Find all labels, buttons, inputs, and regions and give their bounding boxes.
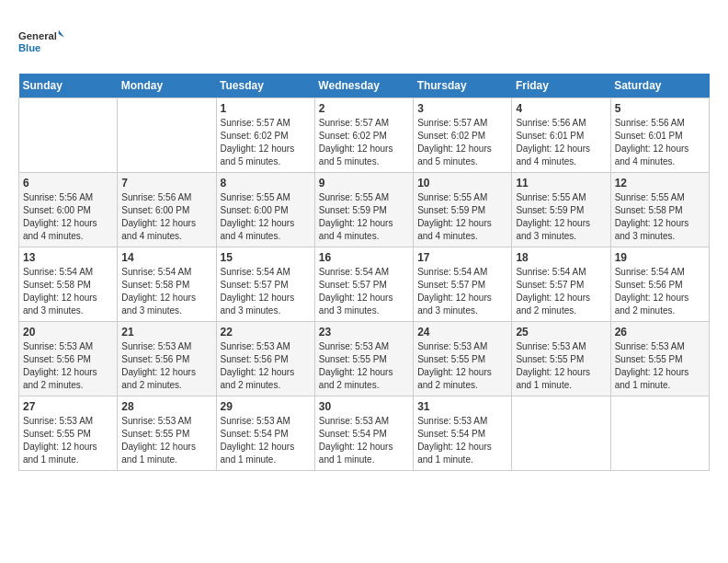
day-info: Sunrise: 5:53 AM Sunset: 5:54 PM Dayligh… (319, 415, 409, 466)
calendar-day-header: Thursday (414, 74, 512, 98)
calendar-day-cell: 26Sunrise: 5:53 AM Sunset: 5:55 PM Dayli… (610, 322, 709, 396)
day-info: Sunrise: 5:57 AM Sunset: 6:02 PM Dayligh… (417, 117, 507, 168)
calendar-day-cell: 17Sunrise: 5:54 AM Sunset: 5:57 PM Dayli… (414, 247, 512, 322)
calendar-day-header: Saturday (610, 74, 709, 98)
calendar-day-cell: 15Sunrise: 5:54 AM Sunset: 5:57 PM Dayli… (216, 247, 314, 322)
day-number: 19 (615, 251, 705, 264)
day-info: Sunrise: 5:53 AM Sunset: 5:56 PM Dayligh… (121, 340, 211, 392)
day-number: 30 (319, 400, 409, 413)
day-info: Sunrise: 5:55 AM Sunset: 5:59 PM Dayligh… (417, 191, 507, 243)
day-info: Sunrise: 5:56 AM Sunset: 6:00 PM Dayligh… (121, 191, 211, 243)
calendar-week-row: 1Sunrise: 5:57 AM Sunset: 6:02 PM Daylig… (19, 98, 710, 173)
calendar-day-cell: 21Sunrise: 5:53 AM Sunset: 5:56 PM Dayli… (118, 322, 216, 396)
calendar-day-cell: 19Sunrise: 5:54 AM Sunset: 5:56 PM Dayli… (610, 247, 709, 322)
svg-text:General: General (18, 30, 57, 41)
day-info: Sunrise: 5:53 AM Sunset: 5:56 PM Dayligh… (23, 340, 113, 392)
calendar-day-cell: 25Sunrise: 5:53 AM Sunset: 5:55 PM Dayli… (512, 322, 610, 396)
calendar-day-cell: 4Sunrise: 5:56 AM Sunset: 6:01 PM Daylig… (512, 98, 610, 173)
logo: General Blue (18, 18, 64, 64)
day-number: 26 (615, 326, 705, 339)
calendar-day-cell: 14Sunrise: 5:54 AM Sunset: 5:58 PM Dayli… (118, 247, 216, 322)
calendar-day-cell: 11Sunrise: 5:55 AM Sunset: 5:59 PM Dayli… (512, 173, 610, 247)
calendar-day-cell (512, 396, 610, 471)
day-number: 11 (516, 177, 606, 190)
day-number: 22 (221, 326, 311, 339)
day-number: 16 (319, 251, 409, 264)
day-number: 6 (23, 177, 113, 190)
day-info: Sunrise: 5:55 AM Sunset: 5:59 PM Dayligh… (319, 191, 409, 243)
day-info: Sunrise: 5:56 AM Sunset: 6:01 PM Dayligh… (615, 117, 705, 168)
day-info: Sunrise: 5:57 AM Sunset: 6:02 PM Dayligh… (319, 117, 409, 168)
day-number: 15 (221, 251, 311, 264)
calendar-week-row: 27Sunrise: 5:53 AM Sunset: 5:55 PM Dayli… (19, 396, 710, 471)
calendar-day-header: Monday (118, 74, 216, 98)
calendar-header-row: SundayMondayTuesdayWednesdayThursdayFrid… (19, 74, 710, 98)
day-info: Sunrise: 5:53 AM Sunset: 5:55 PM Dayligh… (319, 340, 409, 392)
day-info: Sunrise: 5:53 AM Sunset: 5:55 PM Dayligh… (121, 415, 211, 466)
day-info: Sunrise: 5:55 AM Sunset: 5:59 PM Dayligh… (516, 191, 606, 243)
day-number: 18 (516, 251, 606, 264)
day-number: 25 (516, 326, 606, 339)
day-number: 23 (319, 326, 409, 339)
day-info: Sunrise: 5:55 AM Sunset: 5:58 PM Dayligh… (615, 191, 705, 243)
calendar-day-cell: 22Sunrise: 5:53 AM Sunset: 5:56 PM Dayli… (216, 322, 314, 396)
day-info: Sunrise: 5:54 AM Sunset: 5:57 PM Dayligh… (516, 266, 606, 317)
calendar-day-cell (19, 98, 118, 173)
day-info: Sunrise: 5:54 AM Sunset: 5:58 PM Dayligh… (121, 266, 211, 317)
page-header: General Blue (18, 18, 710, 64)
calendar-day-cell: 29Sunrise: 5:53 AM Sunset: 5:54 PM Dayli… (216, 396, 314, 471)
day-number: 5 (615, 102, 705, 115)
calendar-day-cell: 6Sunrise: 5:56 AM Sunset: 6:00 PM Daylig… (19, 173, 118, 247)
day-number: 4 (516, 102, 606, 115)
calendar-day-header: Wednesday (314, 74, 413, 98)
calendar-day-cell: 30Sunrise: 5:53 AM Sunset: 5:54 PM Dayli… (314, 396, 413, 471)
calendar-day-header: Sunday (19, 74, 118, 98)
day-info: Sunrise: 5:53 AM Sunset: 5:54 PM Dayligh… (221, 415, 311, 466)
calendar-day-cell (610, 396, 709, 471)
calendar-day-cell: 27Sunrise: 5:53 AM Sunset: 5:55 PM Dayli… (19, 396, 118, 471)
day-info: Sunrise: 5:53 AM Sunset: 5:56 PM Dayligh… (221, 340, 311, 392)
day-number: 3 (417, 102, 507, 115)
calendar-week-row: 20Sunrise: 5:53 AM Sunset: 5:56 PM Dayli… (19, 322, 710, 396)
day-number: 28 (121, 400, 211, 413)
day-info: Sunrise: 5:57 AM Sunset: 6:02 PM Dayligh… (221, 117, 311, 168)
calendar-day-cell: 13Sunrise: 5:54 AM Sunset: 5:58 PM Dayli… (19, 247, 118, 322)
day-number: 27 (23, 400, 113, 413)
day-info: Sunrise: 5:56 AM Sunset: 6:00 PM Dayligh… (23, 191, 113, 243)
day-info: Sunrise: 5:53 AM Sunset: 5:55 PM Dayligh… (417, 340, 507, 392)
calendar-day-header: Tuesday (216, 74, 314, 98)
day-info: Sunrise: 5:54 AM Sunset: 5:58 PM Dayligh… (23, 266, 113, 317)
svg-marker-2 (59, 30, 64, 38)
day-number: 17 (417, 251, 507, 264)
day-info: Sunrise: 5:53 AM Sunset: 5:55 PM Dayligh… (615, 340, 705, 392)
calendar-day-cell: 9Sunrise: 5:55 AM Sunset: 5:59 PM Daylig… (314, 173, 413, 247)
day-info: Sunrise: 5:56 AM Sunset: 6:01 PM Dayligh… (516, 117, 606, 168)
day-number: 12 (615, 177, 705, 190)
day-number: 31 (417, 400, 507, 413)
day-number: 20 (23, 326, 113, 339)
calendar-day-cell: 3Sunrise: 5:57 AM Sunset: 6:02 PM Daylig… (414, 98, 512, 173)
calendar-day-cell: 28Sunrise: 5:53 AM Sunset: 5:55 PM Dayli… (118, 396, 216, 471)
day-info: Sunrise: 5:53 AM Sunset: 5:54 PM Dayligh… (417, 415, 507, 466)
day-number: 10 (417, 177, 507, 190)
day-info: Sunrise: 5:54 AM Sunset: 5:57 PM Dayligh… (319, 266, 409, 317)
day-info: Sunrise: 5:54 AM Sunset: 5:56 PM Dayligh… (615, 266, 705, 317)
day-number: 13 (23, 251, 113, 264)
day-number: 14 (121, 251, 211, 264)
day-info: Sunrise: 5:55 AM Sunset: 6:00 PM Dayligh… (221, 191, 311, 243)
day-number: 24 (417, 326, 507, 339)
day-number: 7 (121, 177, 211, 190)
day-info: Sunrise: 5:53 AM Sunset: 5:55 PM Dayligh… (516, 340, 606, 392)
day-number: 8 (221, 177, 311, 190)
calendar-day-cell: 1Sunrise: 5:57 AM Sunset: 6:02 PM Daylig… (216, 98, 314, 173)
day-number: 1 (221, 102, 311, 115)
day-info: Sunrise: 5:54 AM Sunset: 5:57 PM Dayligh… (417, 266, 507, 317)
general-blue-logo-icon: General Blue (18, 18, 64, 64)
day-number: 9 (319, 177, 409, 190)
calendar-week-row: 6Sunrise: 5:56 AM Sunset: 6:00 PM Daylig… (19, 173, 710, 247)
calendar-day-cell: 18Sunrise: 5:54 AM Sunset: 5:57 PM Dayli… (512, 247, 610, 322)
day-number: 21 (121, 326, 211, 339)
calendar-table: SundayMondayTuesdayWednesdayThursdayFrid… (18, 74, 710, 471)
day-info: Sunrise: 5:53 AM Sunset: 5:55 PM Dayligh… (23, 415, 113, 466)
calendar-day-cell: 16Sunrise: 5:54 AM Sunset: 5:57 PM Dayli… (314, 247, 413, 322)
